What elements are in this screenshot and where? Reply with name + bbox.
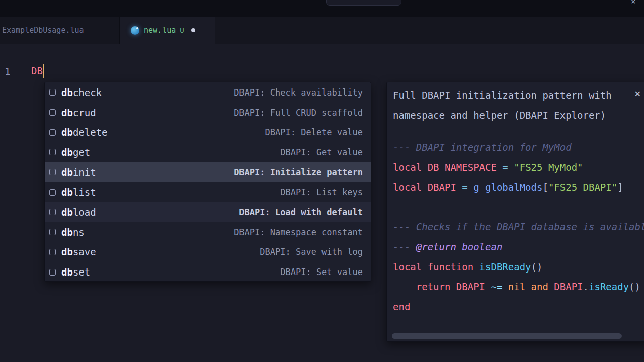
git-untracked-badge: U: [180, 26, 184, 34]
suggestion-detail: DBAPI: Get value: [280, 147, 363, 157]
suggestion-label: dbdelete: [61, 127, 108, 138]
suggest-item-dbget[interactable]: dbgetDBAPI: Get value: [45, 142, 371, 162]
suggest-item-dbload[interactable]: dbloadDBAPI: Load with default: [45, 202, 371, 222]
suggestion-detail: DBAPI: Save with log: [260, 247, 363, 257]
code-line: end: [393, 297, 644, 317]
suggestion-label: dbns: [61, 227, 85, 238]
typed-text: DB: [31, 65, 43, 76]
suggest-item-dbsave[interactable]: dbsaveDBAPI: Save with log: [45, 242, 371, 262]
vscode-window: × ExampleDbUsage.lua new.lua U 1 DB dbch…: [0, 0, 644, 362]
window-close-icon[interactable]: ×: [631, 0, 636, 6]
snippet-icon: [49, 229, 56, 235]
modified-dot-icon[interactable]: [191, 28, 195, 32]
current-line-highlight: [28, 64, 644, 79]
editor-tab-bar: ExampleDbUsage.lua new.lua U: [0, 17, 644, 44]
suggestion-detail: DBAPI: Check availability: [234, 87, 363, 98]
snippet-icon: [49, 249, 56, 255]
snippet-icon: [49, 169, 56, 175]
suggestion-label: dbcrud: [61, 107, 96, 118]
suggestion-detail: DBAPI: Namespace constant: [234, 227, 363, 237]
snippet-icon: [49, 189, 56, 196]
suggestion-label: dbsave: [61, 246, 96, 257]
snippet-icon: [49, 89, 56, 96]
code-line: [393, 198, 644, 218]
suggestion-label: dbcheck: [61, 87, 102, 98]
suggest-doc-panel: Full DBAPI initialization pattern with n…: [386, 82, 644, 342]
doc-header-line-2: namespace and helper (DBAPI Explorer): [393, 105, 633, 125]
doc-code: --- DBAPI integration for MyModlocal DB_…: [393, 138, 644, 317]
suggestion-label: dblist: [61, 187, 96, 198]
suggest-item-dbcheck[interactable]: dbcheckDBAPI: Check availability: [45, 82, 371, 103]
code-line: local DBAPI = g_globalMods["FS25_DBAPI"]: [393, 177, 644, 198]
suggest-item-dbns[interactable]: dbnsDBAPI: Namespace constant: [45, 222, 371, 242]
code-line: local function isDBReady(): [393, 257, 644, 278]
code-line: --- Checks if the DBAPI database is avai…: [393, 217, 644, 237]
text-cursor: [43, 64, 44, 78]
code-line: local DB_NAMESPACE = "FS25_MyMod": [393, 158, 644, 178]
close-icon[interactable]: ×: [634, 87, 641, 100]
snippet-icon: [49, 209, 56, 215]
code-line: return DBAPI ~= nil and DBAPI.isReady(): [393, 277, 644, 297]
suggestion-detail: DBAPI: List keys: [280, 187, 363, 197]
suggest-list: dbcheckDBAPI: Check availabilitydbcrudDB…: [45, 82, 371, 282]
code-line: --- @return boolean: [393, 237, 644, 257]
suggest-widget: dbcheckDBAPI: Check availabilitydbcrudDB…: [44, 82, 371, 282]
suggest-item-dbcrud[interactable]: dbcrudDBAPI: Full CRUD scaffold: [45, 103, 371, 123]
title-bar: ×: [0, 0, 644, 17]
suggestion-detail: DBAPI: Load with default: [239, 207, 363, 217]
line-number: 1: [5, 66, 10, 77]
tab-label: new.lua: [144, 26, 176, 35]
suggestion-detail: DBAPI: Initialize pattern: [234, 167, 363, 177]
suggestion-label: dbload: [61, 207, 96, 218]
snippet-icon: [49, 149, 56, 155]
doc-header-line-1: Full DBAPI initialization pattern with: [393, 85, 633, 105]
code-line: --- DBAPI integration for MyMod: [393, 138, 644, 158]
snippet-icon: [49, 269, 56, 276]
suggest-item-dbinit[interactable]: dbinitDBAPI: Initialize pattern: [45, 162, 371, 183]
command-center-searchbox[interactable]: [326, 0, 401, 6]
suggestion-label: dbinit: [61, 167, 96, 178]
snippet-icon: [49, 109, 56, 116]
tab-label: ExampleDbUsage.lua: [2, 26, 84, 35]
suggest-item-dbdelete[interactable]: dbdeleteDBAPI: Delete value: [45, 122, 371, 142]
suggestion-label: dbget: [61, 147, 90, 158]
horizontal-scrollbar[interactable]: [392, 333, 622, 339]
suggest-item-dbset[interactable]: dbsetDBAPI: Set value: [45, 262, 371, 282]
snippet-icon: [49, 129, 56, 136]
tab-new-lua[interactable]: new.lua U: [120, 17, 215, 44]
suggestion-detail: DBAPI: Full CRUD scaffold: [234, 108, 363, 118]
suggestion-detail: DBAPI: Set value: [280, 267, 363, 277]
suggestion-label: dbset: [61, 266, 90, 278]
tab-exampledbusage-lua[interactable]: ExampleDbUsage.lua: [0, 17, 120, 44]
suggest-item-dblist[interactable]: dblistDBAPI: List keys: [45, 182, 371, 202]
suggestion-detail: DBAPI: Delete value: [265, 127, 363, 137]
lua-file-icon: [131, 26, 139, 35]
